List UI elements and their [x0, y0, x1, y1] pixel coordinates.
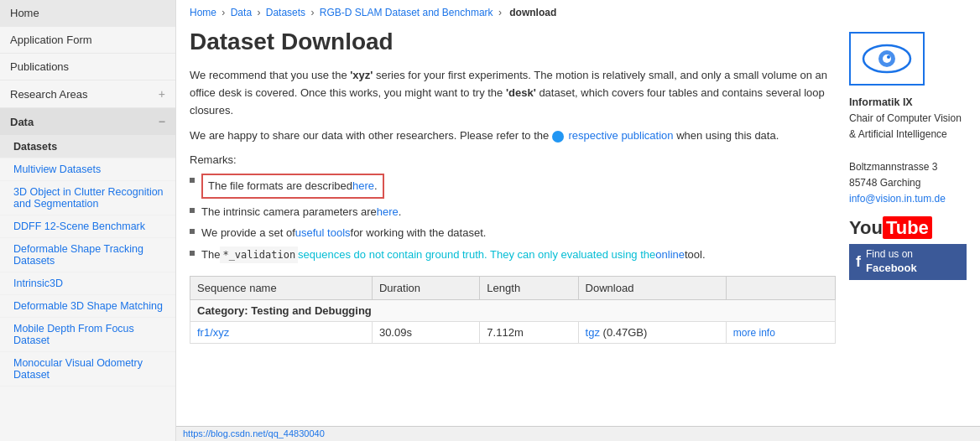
more-info-cell: more info [726, 321, 835, 343]
highlighted-remark: The file formats are described here. [201, 174, 384, 199]
email-link[interactable]: info@vision.in.tum.de [849, 193, 946, 205]
dataset-table: Sequence name Duration Length Download C… [190, 276, 836, 344]
list-item-1: The file formats are described here. [190, 171, 836, 201]
duration-cell: 30.09s [372, 321, 479, 343]
youtube-logo: YouTube [849, 217, 932, 239]
sidebar-sub-monocular[interactable]: Monocular Visual Odometry Dataset [0, 352, 175, 387]
bullet-icon [190, 229, 195, 234]
validation-code: *_validation [220, 246, 298, 263]
intro-paragraph-1: We recommend that you use the 'xyz' seri… [190, 67, 836, 119]
sidebar-sub-deformable-3d[interactable]: Deformable 3D Shape Matching [0, 295, 175, 318]
sidebar-item-home[interactable]: Home [0, 0, 175, 27]
bullet-icon [190, 251, 195, 256]
camera-params-link[interactable]: here [377, 204, 399, 220]
sidebar: Home Application Form Publications Resea… [0, 0, 176, 441]
list-item-4: The *_validation sequences do not contai… [190, 244, 836, 266]
org-name: Informatik IX [849, 94, 967, 111]
sidebar-sub-datasets[interactable]: Datasets [0, 136, 175, 158]
sidebar-item-publications[interactable]: Publications [0, 54, 175, 80]
bullet-icon [190, 178, 195, 183]
col-duration: Duration [372, 276, 479, 299]
sidebar-sub-3d-object[interactable]: 3D Object in Clutter Recognition and Seg… [0, 181, 175, 215]
sidebar-item-application-form[interactable]: Application Form [0, 27, 175, 54]
remarks-label: Remarks: [190, 153, 836, 166]
org-subtitle1: Chair of Computer Vision [849, 111, 967, 127]
youtube-button[interactable]: YouTube [849, 217, 967, 239]
bullet-icon [190, 208, 195, 213]
svg-point-3 [887, 55, 890, 59]
facebook-text: Find us on Facebook [866, 248, 917, 275]
page-title: Dataset Download [190, 25, 836, 55]
facebook-button[interactable]: f Find us on Facebook [849, 244, 967, 279]
sequence-name-cell: fr1/xyz [190, 321, 373, 343]
eye-logo [862, 40, 912, 77]
sidebar-item-data[interactable]: Data − [0, 108, 175, 136]
globe-icon [552, 131, 564, 143]
list-item-3: We provide a set of useful tools for wor… [190, 222, 836, 244]
length-cell: 7.112m [480, 321, 578, 343]
breadcrumb-home[interactable]: Home [190, 7, 216, 18]
sidebar-sub-intrinsic3d[interactable]: Intrinsic3D [0, 272, 175, 295]
breadcrumb-data[interactable]: Data [231, 7, 252, 18]
file-formats-link[interactable]: here [352, 178, 374, 195]
file-size: (0.47GB) [603, 326, 648, 339]
address-line2: 85748 Garching [849, 175, 967, 191]
breadcrumb-rgb-d[interactable]: RGB-D SLAM Dataset and Benchmark [320, 7, 493, 18]
sidebar-item-label: Research Areas [10, 88, 88, 101]
category-label: Category: Testing and Debugging [190, 299, 836, 321]
status-url: https://blog.csdn.net/qq_44830040 [183, 428, 325, 438]
breadcrumb-current: download [509, 7, 556, 18]
publication-link[interactable]: respective publication [569, 129, 674, 142]
main-text-content: Dataset Download We recommend that you u… [190, 25, 849, 344]
org-info: Informatik IX Chair of Computer Vision &… [849, 94, 967, 207]
expand-icon: + [159, 87, 165, 101]
table-category-row: Category: Testing and Debugging [190, 299, 836, 321]
sidebar-sub-mobile-depth[interactable]: Mobile Depth From Focus Dataset [0, 318, 175, 352]
main-content-area: Home › Data › Datasets › RGB-D SLAM Data… [176, 0, 980, 441]
more-info-link[interactable]: more info [733, 327, 775, 339]
download-cell: tgz (0.47GB) [578, 321, 726, 343]
sidebar-sub-ddff[interactable]: DDFF 12-Scene Benchmark [0, 215, 175, 238]
online-tool-link[interactable]: online [655, 246, 685, 263]
org-subtitle2: & Artificial Intelligence [849, 127, 967, 143]
table-row: fr1/xyz 30.09s 7.112m tgz (0.47GB) more … [190, 321, 836, 343]
breadcrumb: Home › Data › Datasets › RGB-D SLAM Data… [176, 0, 980, 25]
table-header-row: Sequence name Duration Length Download [190, 276, 836, 299]
remarks-list: The file formats are described here. The… [190, 171, 836, 266]
list-item-2: The intrinsic camera parameters are here… [190, 201, 836, 223]
address-line1: Boltzmannstrasse 3 [849, 159, 967, 175]
sidebar-item-label: Application Form [10, 34, 92, 46]
tgz-link[interactable]: tgz [586, 326, 600, 339]
status-bar: https://blog.csdn.net/qq_44830040 [176, 426, 980, 441]
useful-tools-link[interactable]: useful tools [295, 225, 351, 241]
col-download: Download [578, 276, 726, 299]
col-length: Length [480, 276, 578, 299]
sidebar-sub-deformable-shape[interactable]: Deformable Shape Tracking Datasets [0, 238, 175, 272]
sidebar-item-research-areas[interactable]: Research Areas + [0, 80, 175, 108]
svg-point-2 [883, 54, 891, 63]
breadcrumb-datasets[interactable]: Datasets [266, 7, 305, 18]
sequence-link[interactable]: fr1/xyz [197, 326, 229, 339]
right-sidebar: Informatik IX Chair of Computer Vision &… [849, 25, 967, 344]
sidebar-item-label: Publications [10, 60, 69, 73]
col-sequence-name: Sequence name [190, 276, 373, 299]
logo-box [849, 32, 925, 86]
sidebar-sub-multiview[interactable]: Multiview Datasets [0, 158, 175, 181]
facebook-f-icon: f [856, 253, 861, 271]
collapse-icon: − [159, 115, 165, 128]
sidebar-item-label: Data [10, 116, 34, 128]
fb-line1: Find us on [866, 248, 917, 262]
fb-line2: Facebook [866, 262, 917, 276]
intro-paragraph-2: We are happy to share our data with othe… [190, 127, 836, 145]
sidebar-item-label: Home [10, 7, 39, 19]
col-extra [726, 276, 835, 299]
